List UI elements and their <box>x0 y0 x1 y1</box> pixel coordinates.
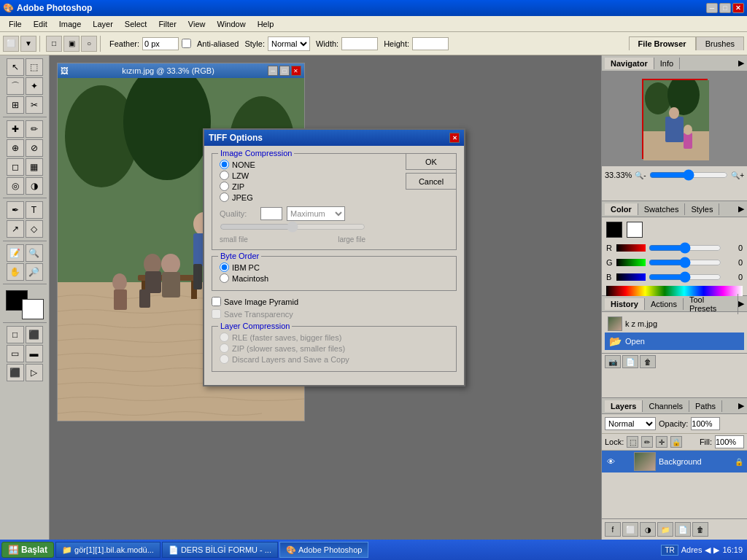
tool-presets-tab[interactable]: Tool Presets <box>684 294 738 314</box>
bg-color-swatch[interactable] <box>627 222 643 238</box>
menu-image[interactable]: Image <box>53 18 88 30</box>
quick-mask[interactable]: ⬛ <box>26 326 43 343</box>
zip-radio[interactable] <box>220 182 229 191</box>
move-tool[interactable]: ↖ <box>7 58 24 76</box>
width-input[interactable] <box>341 37 378 50</box>
none-radio[interactable] <box>220 160 229 169</box>
zip-slow-radio[interactable] <box>220 343 229 353</box>
blend-mode-select[interactable]: Normal <box>605 417 656 430</box>
nav-zoom-out-icon[interactable]: 🔍- <box>635 171 646 179</box>
menu-file[interactable]: File <box>3 18 28 30</box>
b-slider[interactable] <box>649 271 721 283</box>
minimize-button[interactable]: ─ <box>706 3 718 13</box>
nav-left-icon[interactable]: ◀ <box>705 545 711 555</box>
feather-input[interactable] <box>142 37 179 50</box>
history-snapshot-btn[interactable]: 📷 <box>605 355 621 368</box>
pen-tool[interactable]: ✒ <box>7 201 24 219</box>
nav-zoom-in-icon[interactable]: 🔍+ <box>731 171 744 179</box>
eraser-tool[interactable]: ◻ <box>7 158 24 176</box>
lock-all-icon[interactable]: 🔒 <box>670 436 682 448</box>
history-delete-btn[interactable]: 🗑 <box>640 355 656 368</box>
zoom-slider[interactable] <box>649 169 729 181</box>
color-picker[interactable] <box>6 290 44 319</box>
start-button[interactable]: 🪟 Başlat <box>1 542 54 558</box>
info-tab[interactable]: Info <box>654 58 680 69</box>
antialiased-checkbox[interactable] <box>182 39 191 48</box>
maximize-button[interactable]: □ <box>719 3 731 13</box>
layer-styles-btn[interactable]: f <box>605 522 621 537</box>
save-pyramid-checkbox[interactable] <box>212 297 221 306</box>
layer-new-btn[interactable]: 📄 <box>675 522 691 537</box>
image-maximize[interactable]: □ <box>279 66 290 76</box>
paths-tab[interactable]: Paths <box>689 400 722 412</box>
lzw-radio[interactable] <box>220 171 229 180</box>
crop-tool[interactable]: ⊞ <box>7 96 24 114</box>
jump-to-btn[interactable]: ▷ <box>26 364 43 381</box>
taskbar-item-0[interactable]: 📁 gör[1][1].bil.ak.modü... <box>55 542 160 558</box>
channels-tab[interactable]: Channels <box>643 400 689 412</box>
blur-tool[interactable]: ◎ <box>7 177 24 195</box>
magic-wand[interactable]: ✦ <box>26 77 43 95</box>
height-input[interactable] <box>412 37 449 50</box>
taskbar-item-1[interactable]: 📄 DERS BİLGİ FORMU - ... <box>162 542 278 558</box>
menu-help[interactable]: Help <box>252 18 280 30</box>
fill-input[interactable] <box>715 435 744 448</box>
layers-menu-arrow[interactable]: ▶ <box>738 401 744 411</box>
notes-tool[interactable]: 📝 <box>7 244 24 262</box>
zoom-tool[interactable]: 🔎 <box>26 263 43 281</box>
slice-tool[interactable]: ✂ <box>26 96 43 114</box>
menu-select[interactable]: Select <box>119 18 153 30</box>
menu-edit[interactable]: Edit <box>28 18 53 30</box>
fullscreen-btn[interactable]: ⬛ <box>7 364 24 381</box>
shape-rect-btn[interactable]: □ <box>46 36 62 52</box>
fullscreen-menu[interactable]: ▬ <box>26 345 43 362</box>
menu-window[interactable]: Window <box>212 18 252 30</box>
history-tab[interactable]: History <box>605 298 645 310</box>
lock-position-icon[interactable]: ✛ <box>656 436 667 448</box>
opacity-input[interactable] <box>691 417 720 430</box>
background-color[interactable] <box>22 299 44 319</box>
selection-lasso[interactable]: ⬚ <box>26 58 43 76</box>
lasso-tool[interactable]: ⌒ <box>7 77 24 95</box>
history-item-1[interactable]: 📂 Open <box>605 332 744 350</box>
save-transparency-checkbox[interactable] <box>212 309 221 319</box>
layers-tab[interactable]: Layers <box>605 400 643 412</box>
actions-tab[interactable]: Actions <box>645 298 684 310</box>
shape-ellipse-btn[interactable]: ○ <box>81 36 97 52</box>
layer-item-0[interactable]: 👁 Background 🔒 <box>602 451 747 472</box>
stamp-tool[interactable]: ⊕ <box>7 139 24 157</box>
image-window-controls[interactable]: ─ □ ✕ <box>268 66 301 76</box>
lock-image-icon[interactable]: ✏ <box>641 436 653 448</box>
tiff-close-button[interactable]: ✕ <box>449 133 460 143</box>
menu-layer[interactable]: Layer <box>87 18 119 30</box>
styles-tab[interactable]: Styles <box>685 203 719 215</box>
path-select[interactable]: ↗ <box>7 220 24 238</box>
lock-transparent-icon[interactable]: ⬚ <box>627 436 638 448</box>
color-menu-arrow[interactable]: ▶ <box>738 204 744 214</box>
marquee-tool-btn[interactable]: ⬜ <box>3 36 19 52</box>
heal-tool[interactable]: ✚ <box>7 120 24 138</box>
title-bar-controls[interactable]: ─ □ ✕ <box>706 3 744 13</box>
image-close[interactable]: ✕ <box>291 66 301 76</box>
r-slider[interactable] <box>649 242 721 254</box>
eyedropper-tool[interactable]: 🔍 <box>26 244 43 262</box>
standard-mode[interactable]: □ <box>7 326 24 343</box>
menu-filter[interactable]: Filter <box>152 18 182 30</box>
layer-visibility-eye[interactable]: 👁 <box>605 456 616 467</box>
style-select[interactable]: Normal <box>268 36 310 51</box>
close-button[interactable]: ✕ <box>732 3 744 13</box>
rle-radio[interactable] <box>220 332 229 342</box>
layer-adj-btn[interactable]: ◑ <box>640 522 656 537</box>
text-tool[interactable]: T <box>26 201 43 219</box>
history-item-0[interactable]: k z m.jpg <box>605 315 744 332</box>
fg-color-swatch[interactable] <box>606 222 622 238</box>
layer-delete-btn[interactable]: 🗑 <box>692 522 708 537</box>
jpeg-radio[interactable] <box>220 192 229 202</box>
history-brush[interactable]: ⊘ <box>26 139 43 157</box>
ibm-radio[interactable] <box>220 262 229 272</box>
quality-slider[interactable] <box>220 221 365 233</box>
standard-screen[interactable]: ▭ <box>7 345 24 362</box>
brush-tool[interactable]: ✏ <box>26 120 43 138</box>
gradient-tool[interactable]: ▦ <box>26 158 43 176</box>
shape-rounded-btn[interactable]: ▣ <box>63 36 80 52</box>
